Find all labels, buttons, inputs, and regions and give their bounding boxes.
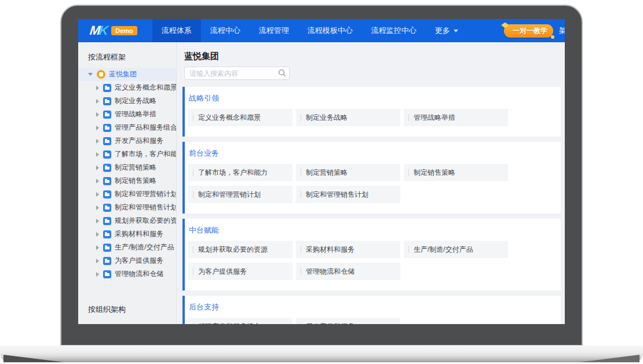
tree-item-label: 定义业务概念和愿景 — [115, 83, 176, 93]
chevron-right-icon[interactable] — [96, 152, 99, 157]
nav-item-label: 流程模板中心 — [308, 25, 353, 36]
process-card[interactable]: 生产/制造/交付产品 — [404, 241, 508, 258]
chevron-right-icon[interactable] — [96, 205, 99, 210]
process-card[interactable]: 管理战略举措 — [404, 109, 508, 126]
tree-item[interactable]: 为客户提供服务 — [78, 254, 176, 267]
tree-item[interactable]: 制定销售策略 — [78, 174, 176, 187]
folder-icon — [103, 190, 111, 198]
nav-menu-item[interactable]: 流程体系 — [152, 19, 201, 42]
search-input[interactable] — [184, 67, 290, 80]
tree-item-label: 制定和管理营销计划 — [115, 189, 176, 199]
tree-root-admin-org[interactable]: 行政组织 — [78, 322, 176, 324]
card-tick-divider — [301, 114, 301, 121]
process-card-label: 生产/制造/交付产品 — [414, 245, 473, 255]
process-card[interactable]: 规划并获取必要的资源 — [188, 241, 293, 258]
main-content: 蓝悦集团 战略引领 — [177, 42, 565, 324]
process-card-label: 规划并获取必要的资源 — [198, 245, 268, 255]
card-tick-divider — [301, 323, 301, 324]
tree-item[interactable]: 管理物流和仓储 — [78, 267, 176, 281]
chevron-right-icon[interactable] — [96, 219, 99, 223]
chevron-right-icon[interactable] — [96, 232, 99, 237]
one-on-one-teaching-badge[interactable]: 一对一教学 — [504, 24, 553, 38]
tree-item-label: 制定销售策略 — [115, 176, 156, 186]
sidebar-section-org-structure: 按组织架构 — [78, 295, 176, 315]
process-card[interactable]: 制定和管理营销计划 — [188, 186, 293, 203]
nav-menu-item[interactable]: 流程中心 — [203, 19, 248, 42]
chevron-right-icon[interactable] — [96, 126, 99, 130]
logo-letter-k: K — [98, 23, 108, 38]
tree-item[interactable]: 开发产品和服务 — [78, 134, 176, 148]
process-card-label: 为客户提供服务 — [198, 267, 247, 277]
group-title[interactable]: 后台支持 — [189, 302, 561, 312]
nav-item-architecture-partial[interactable]: 架构 — [559, 25, 565, 36]
process-card[interactable]: 开发产品和服务 — [296, 318, 400, 324]
chevron-right-icon[interactable] — [96, 86, 99, 90]
chevron-right-icon[interactable] — [96, 166, 99, 170]
tree-item[interactable]: 制定和管理销售计划 — [78, 201, 176, 214]
tree-root-label: 蓝悦集团 — [109, 69, 137, 79]
tree-item-label: 为客户提供服务 — [115, 256, 163, 266]
demo-badge: Demo — [111, 26, 137, 35]
tree-item-label: 制定和管理销售计划 — [115, 203, 176, 212]
process-card[interactable]: 管理物流和仓储 — [296, 263, 400, 280]
chevron-right-icon[interactable] — [96, 272, 99, 277]
tree-item[interactable]: 规划并获取必要的资源 — [78, 214, 176, 227]
folder-icon — [103, 204, 111, 212]
nav-menu-item[interactable]: 更多 — [428, 19, 466, 42]
chevron-right-icon[interactable] — [96, 259, 99, 263]
nav-menu-item[interactable]: 流程模板中心 — [300, 19, 360, 42]
tree-item-label: 管理战略举措 — [115, 109, 156, 119]
folder-icon — [103, 230, 111, 238]
folder-icon — [103, 84, 111, 92]
tree-item[interactable]: 了解市场，客户和能力 — [78, 148, 176, 161]
chevron-right-icon[interactable] — [96, 112, 99, 117]
card-tick-divider — [301, 169, 301, 176]
process-card[interactable]: 制定和管理销售计划 — [296, 186, 400, 203]
chevron-right-icon[interactable] — [96, 99, 99, 104]
group-title[interactable]: 前台业务 — [189, 148, 561, 159]
tree-item[interactable]: 生产/制造/交付产品 — [78, 241, 176, 254]
nav-menu-item[interactable]: 流程监控中心 — [364, 19, 424, 42]
process-card[interactable]: 制定业务战略 — [296, 109, 400, 126]
tree-item[interactable]: 制定和管理营销计划 — [78, 187, 176, 201]
group-title[interactable]: 战略引领 — [189, 93, 561, 104]
laptop-base — [0, 345, 643, 362]
tree-item-label: 生产/制造/交付产品 — [115, 242, 174, 252]
tree-item-label: 了解市场，客户和能力 — [115, 149, 176, 159]
process-card-label: 制定和管理营销计划 — [198, 190, 261, 200]
chevron-right-icon[interactable] — [96, 192, 99, 197]
search-icon[interactable] — [277, 68, 287, 79]
card-tick-divider — [301, 246, 301, 253]
group-panel-midoffice: 中台赋能 规划并获取必要的资源 采购材料和服务 生产/制造/交付产品 — [182, 219, 561, 291]
chevron-right-icon[interactable] — [96, 139, 99, 144]
process-card[interactable]: 制定营销策略 — [296, 164, 400, 181]
process-card-label: 了解市场，客户和能力 — [198, 168, 268, 178]
tree-root-company[interactable]: 蓝悦集团 — [78, 68, 176, 81]
chevron-right-icon[interactable] — [96, 245, 99, 250]
process-card[interactable]: 管理产品和服务组合 — [188, 318, 293, 324]
folder-icon — [103, 217, 111, 225]
tree-item[interactable]: 管理战略举措 — [78, 108, 176, 121]
process-card-label: 开发产品和服务 — [306, 322, 355, 325]
tree-item[interactable]: 制定业务战略 — [78, 94, 176, 108]
group-title[interactable]: 中台赋能 — [189, 225, 561, 236]
group-panel-strategy: 战略引领 定义业务概念和愿景 制定业务战略 管理战略举措 — [182, 87, 561, 137]
tree-item[interactable]: 定义业务概念和愿景 — [78, 81, 176, 94]
chevron-down-icon[interactable] — [88, 73, 93, 76]
tree-item[interactable]: 管理产品和服务组合 — [78, 121, 176, 134]
app-logo[interactable]: M K Demo — [78, 23, 137, 38]
process-card[interactable]: 定义业务概念和愿景 — [188, 109, 293, 126]
process-card[interactable]: 制定销售策略 — [404, 164, 508, 181]
card-list: 了解市场，客户和能力 制定营销策略 制定销售策略 制定和管理营销计划 — [188, 164, 561, 208]
nav-menu-item[interactable]: 流程管理 — [251, 19, 297, 42]
sidebar-section-process-framework: 按流程框架 — [78, 42, 176, 62]
chevron-right-icon[interactable] — [96, 179, 99, 183]
tree-item[interactable]: 制定营销策略 — [78, 161, 176, 174]
tree-item[interactable]: 采购材料和服务 — [78, 227, 176, 241]
group-panel-frontoffice: 前台业务 了解市场，客户和能力 制定营销策略 制定销售策略 — [182, 142, 561, 214]
process-card[interactable]: 了解市场，客户和能力 — [188, 164, 293, 181]
app-body: 按流程框架 蓝悦集团 定义业务概念和愿景 制定业务战略 — [78, 42, 565, 324]
process-card[interactable]: 为客户提供服务 — [188, 263, 293, 280]
card-tick-divider — [193, 323, 193, 324]
process-card[interactable]: 采购材料和服务 — [296, 241, 400, 258]
